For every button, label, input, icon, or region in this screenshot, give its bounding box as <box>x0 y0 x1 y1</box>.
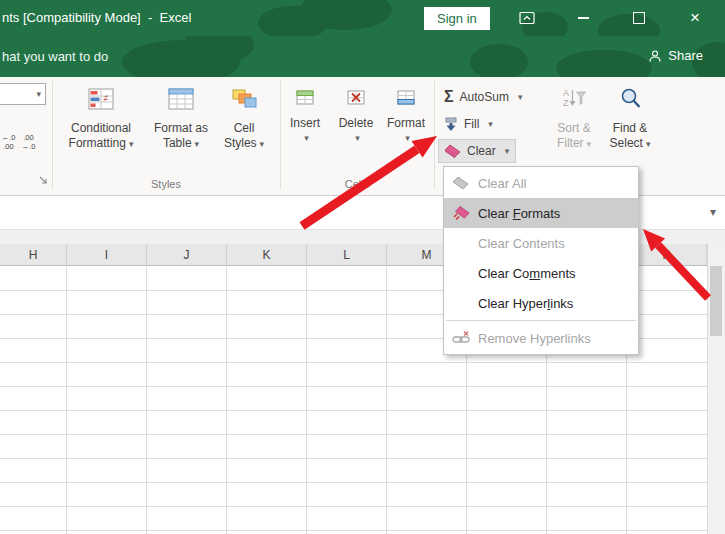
button-label: Format <box>387 116 425 131</box>
window-controls: × <box>499 0 723 36</box>
clear-dropdown-menu: Clear All Clear Formats Clear Contents C… <box>443 166 639 355</box>
empty-icon-slot <box>452 264 470 282</box>
person-icon <box>648 49 662 63</box>
group-label-cells: Cells <box>280 178 434 190</box>
remove-hyperlink-icon <box>452 329 470 347</box>
decorative-cloud <box>470 44 528 77</box>
chevron-down-icon: ▾ <box>304 131 309 146</box>
chevron-down-icon: ▾ <box>129 139 134 149</box>
menu-item-label: Clear All <box>478 176 526 191</box>
button-label: Styles▾ <box>224 136 264 152</box>
button-label: Formatting▾ <box>69 136 134 152</box>
button-label: Find & <box>613 121 648 136</box>
eraser-icon <box>445 143 461 159</box>
group-separator <box>434 81 435 189</box>
number-dialog-launcher[interactable] <box>38 172 49 190</box>
menu-item-label: Clear Formats <box>478 206 560 221</box>
format-as-table-button[interactable]: Format as Table▾ <box>146 80 216 174</box>
format-as-table-icon <box>168 86 194 116</box>
sign-in-button[interactable]: Sign in <box>424 7 490 30</box>
group-separator <box>280 81 281 189</box>
menu-item-clear-formats[interactable]: Clear Formats <box>444 198 638 228</box>
chevron-down-icon: ▾ <box>518 92 523 102</box>
number-format-dropdown[interactable]: ▾ <box>0 83 46 105</box>
button-label: Insert <box>290 116 320 131</box>
menu-item-remove-hyperlinks[interactable]: Remove Hyperlinks <box>444 323 638 353</box>
button-label: Select▾ <box>610 136 651 152</box>
ribbon-display-options-icon <box>519 11 535 25</box>
column-header[interactable]: I <box>67 244 147 265</box>
menu-separator <box>446 320 636 321</box>
find-select-icon <box>618 86 643 116</box>
format-cells-button[interactable]: Format ▾ <box>381 82 431 172</box>
maximize-icon <box>633 12 645 24</box>
close-button[interactable]: × <box>667 0 723 36</box>
minimize-button[interactable] <box>555 0 611 36</box>
eraser-icon <box>452 174 470 192</box>
increase-decimal-icon: ←.0 <box>2 133 16 142</box>
vertical-scrollbar[interactable] <box>707 244 725 534</box>
close-icon: × <box>690 8 700 28</box>
window-title: nts [Compatibility Mode] - Excel <box>2 10 191 25</box>
chevron-down-icon: ▾ <box>260 139 265 149</box>
scrollbar-thumb[interactable] <box>710 266 722 336</box>
svg-text:Z: Z <box>563 98 569 108</box>
autosum-button[interactable]: Σ AutoSum ▾ <box>438 85 529 109</box>
dialog-launcher-icon <box>38 175 49 186</box>
column-header[interactable]: J <box>147 244 227 265</box>
column-header[interactable]: H <box>0 244 67 265</box>
chevron-down-icon: ▾ <box>505 146 510 156</box>
cell-styles-icon <box>231 86 257 116</box>
button-label: Fill <box>464 117 479 131</box>
ribbon-display-options-button[interactable] <box>499 0 555 36</box>
chevron-down-icon: ▾ <box>646 139 651 149</box>
conditional-formatting-button[interactable]: ≠ Conditional Formatting▾ <box>56 80 146 174</box>
button-label: Cell <box>234 121 255 136</box>
button-label: Sort & <box>557 121 590 136</box>
sort-filter-button[interactable]: AZ Sort & Filter▾ <box>548 80 600 174</box>
cell-styles-button[interactable]: Cell Styles▾ <box>218 80 270 174</box>
formula-bar-expand-icon[interactable]: ▾ <box>710 205 716 219</box>
decimal-buttons: ←.0 .00 .00 →.0 <box>0 133 37 151</box>
tell-me-box[interactable]: hat you want to do <box>2 49 108 64</box>
sort-filter-icon: AZ <box>562 86 586 116</box>
clear-button[interactable]: Clear ▾ <box>438 139 516 163</box>
column-header[interactable]: P <box>627 244 707 265</box>
maximize-button[interactable] <box>611 0 667 36</box>
insert-cells-button[interactable]: Insert ▾ <box>283 82 327 172</box>
button-label: AutoSum <box>460 90 509 104</box>
chevron-down-icon: ▾ <box>355 131 360 146</box>
insert-cells-icon <box>295 87 315 112</box>
fill-icon <box>444 117 458 132</box>
column-header[interactable]: L <box>307 244 387 265</box>
chevron-down-icon: ▾ <box>195 139 200 149</box>
chevron-down-icon: ▾ <box>488 119 493 129</box>
chevron-down-icon: ▾ <box>587 139 592 149</box>
menu-item-label: Clear Hyperlinks <box>478 296 573 311</box>
minimize-icon <box>578 17 589 19</box>
svg-text:≠: ≠ <box>104 93 109 103</box>
menu-item-clear-all[interactable]: Clear All <box>444 168 638 198</box>
button-label: Format as <box>154 121 208 136</box>
titlebar: nts [Compatibility Mode] - Excel Sign in… <box>0 0 725 36</box>
menu-item-clear-comments[interactable]: Clear Comments <box>444 258 638 288</box>
autosum-sigma-icon: Σ <box>444 88 454 106</box>
empty-icon-slot <box>452 234 470 252</box>
group-label-styles: Styles <box>52 178 280 190</box>
button-label: Clear <box>467 144 496 158</box>
group-separator <box>52 81 53 189</box>
fill-button[interactable]: Fill ▾ <box>438 112 499 136</box>
decrease-decimal-button[interactable]: .00 →.0 <box>20 133 37 151</box>
button-label: Table▾ <box>163 136 199 152</box>
excel-window: nts [Compatibility Mode] - Excel Sign in… <box>0 0 725 534</box>
chevron-down-icon: ▾ <box>405 131 410 146</box>
increase-decimal-button[interactable]: ←.0 .00 <box>0 133 17 151</box>
column-header[interactable]: K <box>227 244 307 265</box>
menu-item-clear-contents[interactable]: Clear Contents <box>444 228 638 258</box>
share-label: Share <box>668 48 703 63</box>
find-select-button[interactable]: Find & Select▾ <box>602 80 658 174</box>
share-button[interactable]: Share <box>648 48 703 63</box>
menu-item-clear-hyperlinks[interactable]: Clear Hyperlinks <box>444 288 638 318</box>
svg-text:A: A <box>563 88 569 98</box>
delete-cells-button[interactable]: Delete ▾ <box>333 82 379 172</box>
